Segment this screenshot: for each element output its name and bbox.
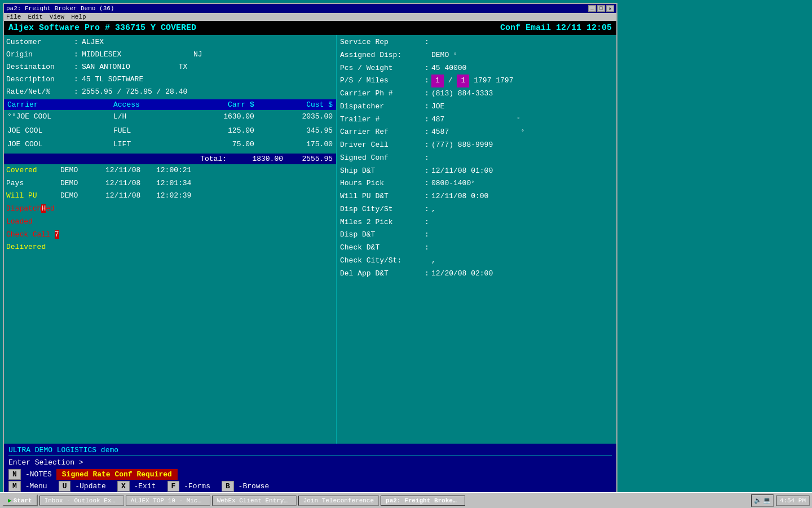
menu-view[interactable]: View	[50, 14, 64, 20]
destination-row: Destination : SAN ANTONIO TX	[6, 61, 334, 73]
destination-label: Destination	[6, 61, 74, 73]
close-button[interactable]: ✕	[606, 5, 614, 12]
company-line: ULTRA DEMO LOGISTICS demo	[8, 446, 612, 456]
forms-label: -Forms	[184, 482, 210, 491]
left-panel: Customer : ALJEX Origin : MIDDLESEX NJ D…	[4, 35, 337, 467]
update-label: -Update	[75, 482, 106, 491]
menu-edit[interactable]: Edit	[28, 14, 42, 20]
u-key[interactable]: U	[59, 481, 71, 492]
carrier-ref-row: Carrier Ref : 4587 °	[340, 126, 613, 139]
miles-2-pick-row: Miles 2 Pick :	[340, 216, 613, 229]
window-title: pa2: Freight Broker Demo (36)	[6, 5, 114, 12]
n-key[interactable]: N	[8, 469, 21, 480]
carrier-ph-row: Carrier Ph # : (813) 884-3333	[340, 87, 613, 100]
ps-miles-row: P/S / Miles : 1 / 1 1797 1797	[340, 75, 613, 87]
signed-conf-badge: Signed Rate Conf Required	[56, 469, 178, 480]
carrier-cust-1: 2035.00	[258, 110, 336, 124]
carrier-table: Carrier Access Carr $ Cust $ °JOE COOL L…	[4, 99, 336, 153]
systray: 🔊 💻	[751, 494, 774, 507]
taskbar-item-0[interactable]: Inbox - Outlook Express	[39, 496, 124, 506]
menu-bar: File Edit View Help	[4, 13, 616, 21]
check-dt-row: Check D&T :	[340, 242, 613, 255]
menu-label: -Menu	[25, 482, 47, 491]
status-pays: Pays DEMO 12/11/08 12:01:34	[4, 177, 336, 190]
maximize-button[interactable]: □	[597, 5, 605, 12]
header-row: Aljex Software Pro # 336715 Y COVERED Co…	[4, 21, 616, 35]
customer-label: Customer	[6, 36, 74, 49]
status-covered: Covered DEMO 12/11/08 12:00:21	[4, 164, 336, 177]
status-check-call: Check Call 7	[4, 229, 336, 242]
carrier-row-2[interactable]: JOE COOL FUEL 125.00 345.95	[4, 124, 336, 138]
status-section: Covered DEMO 12/11/08 12:00:21 Pays DEMO…	[4, 164, 336, 467]
total-label: Total:	[200, 155, 227, 163]
m-key[interactable]: M	[8, 481, 21, 492]
trailer-row: Trailer # : 487 °	[340, 113, 613, 126]
notes-line: N -NOTES Signed Rate Conf Required	[8, 469, 612, 480]
col-carr: Carr $	[179, 99, 258, 110]
b-key[interactable]: B	[222, 481, 234, 492]
notes-label: -NOTES	[25, 470, 52, 479]
title-bar-buttons: _ □ ✕	[588, 5, 614, 12]
exit-label: -Exit	[134, 482, 156, 491]
disp-dt-row: Disp D&T :	[340, 229, 613, 242]
minimize-button[interactable]: _	[588, 5, 596, 12]
customer-row: Customer : ALJEX	[6, 36, 334, 49]
systray-icon-1: 🔊	[754, 497, 762, 504]
carrier-name-3: JOE COOL	[4, 138, 110, 151]
destination-value: SAN ANTONIO TX	[82, 61, 334, 73]
menu-file[interactable]: File	[6, 14, 21, 20]
taskbar: ▶ Start Inbox - Outlook Express ALJEX TO…	[0, 492, 812, 508]
m-key-container: M -Menu	[8, 482, 47, 491]
col-cust: Cust $	[258, 99, 336, 110]
b-key-container: B -Browse	[222, 482, 269, 491]
assigned-disp-row: Assigned Disp: DEMO °	[340, 49, 613, 62]
total-cust: 2555.95	[288, 155, 333, 163]
carrier-access-1: L/H	[110, 110, 179, 124]
taskbar-item-3[interactable]: Join Teleconference	[298, 496, 379, 506]
ship-dt-row: Ship D&T : 12/11/08 01:00	[340, 165, 613, 178]
carrier-cust-3: 175.00	[258, 138, 336, 151]
pcs-weight-row: Pcs / Weight : 45 40000	[340, 62, 613, 75]
driver-cell-row: Driver Cell : (777) 888-9999	[340, 139, 613, 152]
right-panel: Service Rep : Assigned Disp: DEMO ° Pcs …	[337, 35, 616, 467]
carrier-name-2: JOE COOL	[4, 124, 110, 138]
total-carr: 1830.00	[238, 155, 283, 163]
status-dispatched: DispatchHed	[4, 203, 336, 216]
taskbar-item-2[interactable]: WebEx Client Entry - Wi...	[212, 496, 297, 506]
start-label: Start	[14, 497, 32, 504]
f-key[interactable]: F	[167, 481, 180, 492]
carrier-row-3[interactable]: JOE COOL LIFT 75.00 175.00	[4, 138, 336, 151]
start-button[interactable]: ▶ Start	[2, 494, 38, 506]
f-key-container: F -Forms	[167, 482, 210, 491]
will-pu-dt-row: Will PU D&T : 12/11/08 0:00	[340, 190, 613, 203]
ps-pickup[interactable]: 1	[431, 75, 444, 87]
ps-stops[interactable]: 1	[457, 75, 469, 87]
main-window: pa2: Freight Broker Demo (36) _ □ ✕ File…	[3, 3, 617, 494]
service-rep-row: Service Rep :	[340, 36, 613, 49]
taskbar-item-1[interactable]: ALJEX TOP 10 - Microsof...	[126, 496, 210, 506]
carrier-cust-2: 345.95	[258, 124, 336, 138]
disp-city-row: Disp City/St : ,	[340, 203, 613, 216]
bottom-area: ULTRA DEMO LOGISTICS demo Enter Selectio…	[4, 444, 616, 493]
check-city-row: Check City/St: ,	[340, 255, 613, 268]
enter-line: Enter Selection >	[8, 458, 612, 467]
taskbar-item-4[interactable]: pa2: Freight Broker Dem...	[381, 496, 465, 506]
carrier-row-1[interactable]: °JOE COOL L/H 1630.00 2035.00	[4, 110, 336, 124]
carrier-carr-2: 125.00	[179, 124, 258, 138]
del-app-dt-row: Del App D&T : 12/20/08 02:00	[340, 268, 613, 281]
x-key[interactable]: X	[117, 481, 130, 492]
x-key-container: X -Exit	[117, 482, 156, 491]
signed-conf-row: Signed Conf :	[340, 152, 613, 165]
col-carrier: Carrier	[4, 99, 110, 110]
menu-help[interactable]: Help	[71, 14, 86, 20]
carrier-access-3: LIFT	[110, 138, 179, 151]
description-row: Description : 45 TL SOFTWARE	[6, 73, 334, 86]
main-content: Customer : ALJEX Origin : MIDDLESEX NJ D…	[4, 35, 616, 467]
title-bar: pa2: Freight Broker Demo (36) _ □ ✕	[4, 4, 616, 13]
carrier-total-row: Total: 1830.00 2555.95	[4, 154, 336, 164]
rate-value: 2555.95 / 725.95 / 28.40	[82, 86, 334, 98]
origin-value: MIDDLESEX NJ	[82, 49, 334, 61]
carrier-carr-1: 1630.00	[179, 110, 258, 124]
status-will-pu: Will PU DEMO 12/11/08 12:02:39	[4, 190, 336, 203]
taskbar-right: 🔊 💻 4:54 PM	[751, 494, 810, 507]
